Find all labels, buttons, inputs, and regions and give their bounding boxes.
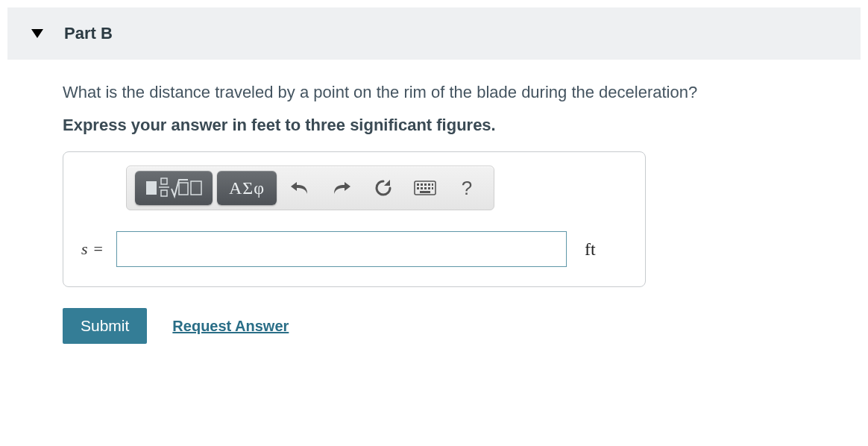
part-header[interactable]: Part B [7, 7, 861, 60]
svg-rect-4 [179, 183, 188, 195]
unit-label: ft [585, 239, 596, 260]
svg-rect-1 [161, 178, 167, 184]
question-text: What is the distance traveled by a point… [63, 79, 861, 105]
greek-label: ΑΣφ [229, 178, 265, 198]
answer-input[interactable] [116, 231, 567, 267]
keyboard-icon [414, 180, 436, 195]
submit-button[interactable]: Submit [63, 308, 147, 344]
instruction-text: Express your answer in feet to three sig… [63, 116, 861, 135]
undo-button[interactable] [281, 171, 318, 205]
svg-rect-14 [424, 187, 427, 189]
collapse-triangle-icon[interactable] [31, 29, 43, 38]
help-icon: ? [462, 177, 472, 200]
math-templates-icon [145, 177, 203, 199]
svg-rect-9 [424, 183, 427, 186]
part-title: Part B [64, 24, 113, 43]
redo-button[interactable] [323, 171, 360, 205]
svg-rect-5 [191, 181, 201, 195]
svg-rect-0 [146, 181, 157, 195]
redo-icon [331, 179, 352, 197]
greek-symbols-button[interactable]: ΑΣφ [217, 171, 277, 205]
svg-rect-16 [432, 187, 433, 189]
reset-icon [374, 178, 393, 198]
question-part-container: Part B What is the distance traveled by … [0, 0, 868, 351]
keyboard-button[interactable] [406, 171, 444, 205]
svg-rect-10 [428, 183, 430, 186]
answer-row: s = ft [81, 231, 627, 267]
svg-rect-11 [432, 183, 433, 186]
svg-rect-12 [417, 187, 419, 189]
undo-icon [289, 179, 310, 197]
svg-rect-13 [421, 187, 423, 189]
request-answer-link[interactable]: Request Answer [172, 318, 289, 335]
svg-rect-8 [421, 183, 423, 186]
math-templates-button[interactable] [135, 171, 213, 205]
equation-toolbar: ΑΣφ [126, 166, 494, 210]
action-row: Submit Request Answer [63, 308, 861, 344]
svg-rect-17 [420, 191, 430, 193]
svg-rect-2 [161, 190, 167, 196]
reset-button[interactable] [365, 171, 402, 205]
equals-sign: = [94, 239, 103, 259]
help-button[interactable]: ? [448, 171, 485, 205]
part-body: What is the distance traveled by a point… [7, 60, 861, 344]
svg-rect-15 [428, 187, 430, 189]
svg-rect-7 [417, 183, 419, 186]
variable-label: s [81, 239, 88, 259]
answer-card: ΑΣφ [63, 151, 646, 287]
